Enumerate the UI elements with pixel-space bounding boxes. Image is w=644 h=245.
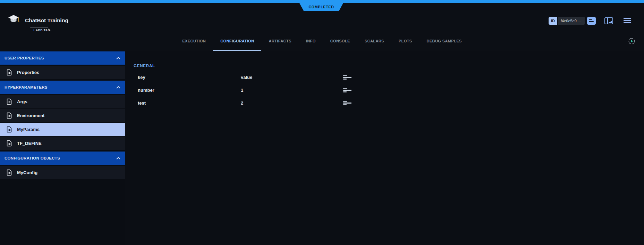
parameter-group-title: GENERAL [134, 64, 644, 68]
sidebar-item-properties[interactable]: Properties [0, 66, 125, 80]
notes-bar [343, 91, 347, 92]
content-area: USER PROPERTIES Properties HYPERPARAMETE… [0, 51, 644, 245]
tab-bar: EXECUTION CONFIGURATION ARTIFACTS INFO C… [0, 31, 644, 51]
notes-bar [343, 77, 351, 78]
chevron-up-icon [116, 86, 120, 89]
sidebar-item-label: MyConfig [17, 170, 37, 175]
description-icon[interactable] [587, 17, 596, 25]
tab-debug-samples[interactable]: DEBUG SAMPLES [419, 31, 469, 51]
chevron-up-icon [116, 57, 120, 59]
sidebar-item-label: Properties [17, 70, 39, 75]
notes-bar [343, 104, 347, 105]
tab-configuration[interactable]: CONFIGURATION [213, 31, 261, 51]
notes-bar [343, 88, 347, 89]
param-key: key [138, 75, 241, 80]
experiment-detail-page: COMPLETED ChatBot Training + ADD TAG ID … [0, 0, 644, 245]
auto-refresh-icon[interactable] [628, 37, 636, 45]
sidebar-section-user-properties: USER PROPERTIES Properties [0, 51, 125, 80]
document-icon [7, 169, 12, 176]
section-header-configuration-objects[interactable]: CONFIGURATION OBJECTS [0, 152, 125, 165]
tab-scalars[interactable]: SCALARS [357, 31, 391, 51]
section-header-hyperparameters[interactable]: HYPERPARAMETERS [0, 81, 125, 94]
param-key: test [138, 100, 241, 106]
sidebar-item-myparams[interactable]: MyParams [0, 123, 125, 137]
sidebar-section-configuration-objects: CONFIGURATION OBJECTS MyConfig [0, 152, 125, 180]
chevron-up-icon [116, 157, 120, 160]
menu-icon[interactable] [624, 18, 631, 24]
split-panel-icon[interactable] [604, 17, 613, 24]
experiment-title: ChatBot Training [25, 17, 68, 24]
table-row: key value [134, 71, 644, 84]
menu-bar [624, 20, 631, 21]
sidebar-section-hyperparameters: HYPERPARAMETERS Args Env [0, 81, 125, 150]
table-row: test 2 [134, 97, 644, 109]
sidebar-item-label: TF_DEFINE [17, 141, 42, 146]
id-chip: ID [549, 17, 557, 25]
sidebar-item-label: Args [17, 99, 27, 104]
experiment-type-icon [8, 14, 19, 24]
experiment-id-value[interactable]: f4e6e5e9 ... [558, 17, 585, 25]
notes-bar [343, 90, 351, 91]
sidebar-item-myconfig[interactable]: MyConfig [0, 166, 125, 180]
table-row: number 1 [134, 84, 644, 97]
document-icon [7, 69, 12, 76]
tab-info[interactable]: INFO [299, 31, 323, 51]
param-value: 2 [241, 100, 343, 106]
menu-bar [624, 18, 631, 19]
tab-console[interactable]: CONSOLE [323, 31, 357, 51]
parameters-panel: GENERAL key value number 1 [125, 51, 644, 245]
param-key: number [138, 88, 241, 93]
parameter-table: key value number 1 [134, 71, 644, 109]
notes-bar [343, 75, 347, 76]
notes-bar [343, 101, 347, 102]
sidebar-item-environment[interactable]: Environment [0, 109, 125, 123]
align-left-notes-icon[interactable] [343, 88, 351, 92]
configuration-sidebar: USER PROPERTIES Properties HYPERPARAMETE… [0, 51, 125, 245]
param-value: 1 [241, 88, 343, 93]
document-icon [7, 126, 12, 133]
sidebar-item-args[interactable]: Args [0, 95, 125, 109]
param-value: value [241, 75, 343, 80]
status-color-bar [0, 0, 644, 3]
notes-bar [343, 103, 351, 104]
align-left-notes-icon[interactable] [343, 101, 351, 105]
status-badge: COMPLETED [299, 3, 343, 11]
document-icon [7, 112, 12, 119]
document-icon [7, 140, 12, 147]
tab-execution[interactable]: EXECUTION [175, 31, 213, 51]
document-icon [7, 98, 12, 105]
menu-bar [624, 22, 631, 23]
section-header-user-properties[interactable]: USER PROPERTIES [0, 51, 125, 65]
section-title: USER PROPERTIES [5, 56, 44, 60]
sidebar-item-label: Environment [17, 113, 44, 118]
align-left-notes-icon[interactable] [343, 75, 351, 80]
section-title: CONFIGURATION OBJECTS [5, 156, 60, 160]
tab-artifacts[interactable]: ARTIFACTS [261, 31, 298, 51]
sidebar-item-tf-define[interactable]: TF_DEFINE [0, 137, 125, 150]
notes-bar [343, 79, 347, 80]
section-title: HYPERPARAMETERS [5, 85, 48, 89]
tab-plots[interactable]: PLOTS [391, 31, 420, 51]
sidebar-item-label: MyParams [17, 127, 40, 132]
